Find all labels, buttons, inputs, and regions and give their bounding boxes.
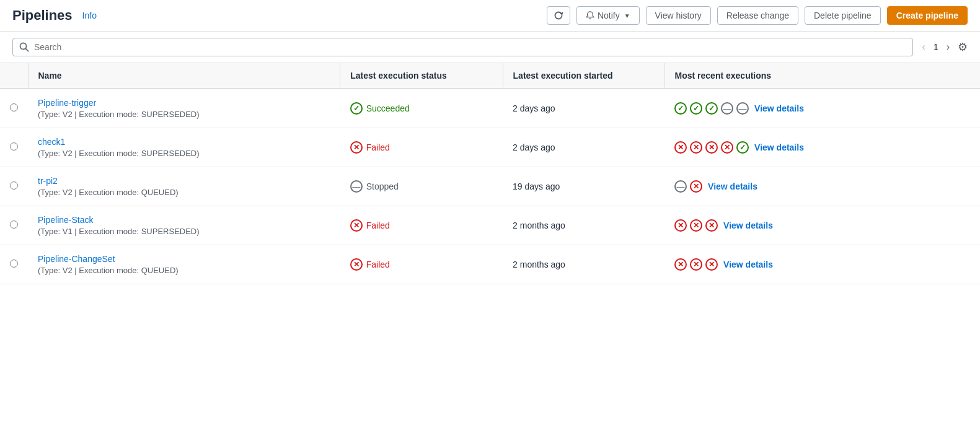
execution-icon-success: ✓: [674, 102, 687, 115]
execution-icon-stopped: —: [736, 102, 749, 115]
bell-icon: [586, 11, 594, 20]
executions-col-pipeline-changeset: ✕✕✕ View details: [664, 245, 980, 284]
pipeline-name-tr-pi2[interactable]: tr-pi2: [38, 176, 58, 186]
name-col-check1: check1 (Type: V2 | Execution mode: SUPER…: [28, 128, 340, 167]
execution-icon-failed: ✕: [690, 258, 702, 271]
view-details-pipeline-trigger[interactable]: View details: [754, 103, 804, 113]
execution-icon-failed: ✕: [674, 258, 687, 271]
started-col-pipeline-stack: 2 months ago: [503, 206, 664, 245]
execution-icon-failed: ✕: [705, 258, 718, 271]
status-icon-failed: ✕: [350, 258, 363, 271]
col-started-header: Latest execution started: [503, 63, 664, 89]
status-text-pipeline-stack: Failed: [366, 220, 390, 230]
view-details-tr-pi2[interactable]: View details: [708, 181, 757, 191]
search-row: ‹ 1 › ⚙: [0, 32, 980, 63]
table-row: Pipeline-Stack (Type: V1 | Execution mod…: [0, 206, 980, 245]
pagination: ‹ 1 › ⚙: [919, 40, 968, 54]
executions-col-check1: ✕✕✕✕✓ View details: [664, 128, 980, 167]
execution-icon-failed: ✕: [674, 141, 687, 154]
status-col-pipeline-trigger: ✓ Succeeded: [340, 89, 503, 128]
started-text-pipeline-stack: 2 months ago: [513, 220, 565, 230]
info-link[interactable]: Info: [82, 11, 97, 20]
started-col-check1: 2 days ago: [503, 128, 664, 167]
select-col-pipeline-changeset[interactable]: [0, 245, 28, 284]
execution-icon-failed: ✕: [674, 219, 687, 232]
col-select: [0, 63, 28, 89]
pipeline-name-pipeline-trigger[interactable]: Pipeline-trigger: [38, 98, 96, 108]
select-col-tr-pi2[interactable]: [0, 167, 28, 206]
execution-icon-failed: ✕: [690, 219, 702, 232]
name-col-pipeline-trigger: Pipeline-trigger (Type: V2 | Execution m…: [28, 89, 340, 128]
pipeline-name-check1[interactable]: check1: [38, 137, 65, 147]
col-executions-header: Most recent executions: [664, 63, 980, 89]
select-col-pipeline-trigger[interactable]: [0, 89, 28, 128]
execution-icon-stopped: —: [674, 180, 687, 193]
table-row: Pipeline-ChangeSet (Type: V2 | Execution…: [0, 245, 980, 284]
execution-icon-failed: ✕: [721, 141, 733, 154]
release-change-button[interactable]: Release change: [717, 6, 798, 25]
radio-check1[interactable]: [10, 142, 18, 151]
started-col-pipeline-trigger: 2 days ago: [503, 89, 664, 128]
table-row: Pipeline-trigger (Type: V2 | Execution m…: [0, 89, 980, 128]
name-col-pipeline-stack: Pipeline-Stack (Type: V1 | Execution mod…: [28, 206, 340, 245]
executions-col-pipeline-stack: ✕✕✕ View details: [664, 206, 980, 245]
pipeline-meta-check1: (Type: V2 | Execution mode: SUPERSEDED): [38, 149, 330, 158]
started-text-pipeline-trigger: 2 days ago: [513, 103, 555, 113]
status-col-tr-pi2: — Stopped: [340, 167, 503, 206]
pipeline-meta-pipeline-changeset: (Type: V2 | Execution mode: QUEUED): [38, 266, 330, 275]
table-header: Name Latest execution status Latest exec…: [0, 63, 980, 89]
name-col-pipeline-changeset: Pipeline-ChangeSet (Type: V2 | Execution…: [28, 245, 340, 284]
view-details-pipeline-stack[interactable]: View details: [723, 220, 773, 230]
next-page-button[interactable]: ›: [943, 40, 953, 54]
executions-col-pipeline-trigger: ✓✓✓—— View details: [664, 89, 980, 128]
refresh-button[interactable]: [547, 6, 570, 25]
execution-icon-failed: ✕: [690, 141, 702, 154]
table-row: tr-pi2 (Type: V2 | Execution mode: QUEUE…: [0, 167, 980, 206]
status-text-tr-pi2: Stopped: [366, 181, 399, 191]
execution-icon-failed: ✕: [705, 219, 718, 232]
started-col-pipeline-changeset: 2 months ago: [503, 245, 664, 284]
notify-button[interactable]: Notify ▼: [576, 6, 640, 25]
view-details-check1[interactable]: View details: [754, 142, 804, 152]
radio-pipeline-trigger[interactable]: [10, 103, 18, 111]
execution-icon-success: ✓: [690, 102, 702, 115]
select-col-pipeline-stack[interactable]: [0, 206, 28, 245]
create-pipeline-button[interactable]: Create pipeline: [887, 6, 968, 25]
pipelines-table-container: Name Latest execution status Latest exec…: [0, 63, 980, 284]
column-settings-icon[interactable]: ⚙: [958, 40, 968, 54]
search-container: [12, 38, 913, 56]
search-icon: [19, 42, 29, 52]
pipelines-table: Name Latest execution status Latest exec…: [0, 63, 980, 284]
select-col-check1[interactable]: [0, 128, 28, 167]
status-col-check1: ✕ Failed: [340, 128, 503, 167]
execution-icon-failed: ✕: [690, 180, 702, 193]
execution-icon-stopped: —: [721, 102, 733, 115]
search-input[interactable]: [34, 42, 906, 52]
pipeline-name-pipeline-changeset[interactable]: Pipeline-ChangeSet: [38, 254, 115, 264]
status-col-pipeline-changeset: ✕ Failed: [340, 245, 503, 284]
pipeline-name-pipeline-stack[interactable]: Pipeline-Stack: [38, 215, 94, 225]
refresh-icon: [554, 11, 563, 20]
started-text-pipeline-changeset: 2 months ago: [513, 260, 565, 269]
execution-icon-success: ✓: [736, 141, 749, 154]
page-number: 1: [934, 42, 938, 52]
col-name-header: Name: [28, 63, 340, 89]
radio-tr-pi2[interactable]: [10, 181, 18, 190]
radio-pipeline-changeset[interactable]: [10, 260, 18, 268]
execution-icon-failed: ✕: [705, 141, 718, 154]
status-text-check1: Failed: [366, 142, 390, 152]
svg-line-1: [26, 49, 29, 51]
prev-page-button[interactable]: ‹: [919, 40, 929, 54]
page-title: Pipelines: [12, 7, 73, 24]
status-text-pipeline-changeset: Failed: [366, 260, 390, 269]
delete-pipeline-button[interactable]: Delete pipeline: [805, 6, 881, 25]
started-text-check1: 2 days ago: [513, 142, 555, 152]
view-history-button[interactable]: View history: [646, 6, 711, 25]
col-status-header: Latest execution status: [340, 63, 503, 89]
top-bar: Pipelines Info Notify ▼ View history Rel…: [0, 0, 980, 32]
notify-label: Notify: [598, 11, 620, 20]
pipeline-meta-pipeline-stack: (Type: V1 | Execution mode: SUPERSEDED): [38, 227, 330, 236]
view-details-pipeline-changeset[interactable]: View details: [723, 260, 773, 269]
radio-pipeline-stack[interactable]: [10, 220, 18, 229]
name-col-tr-pi2: tr-pi2 (Type: V2 | Execution mode: QUEUE…: [28, 167, 340, 206]
